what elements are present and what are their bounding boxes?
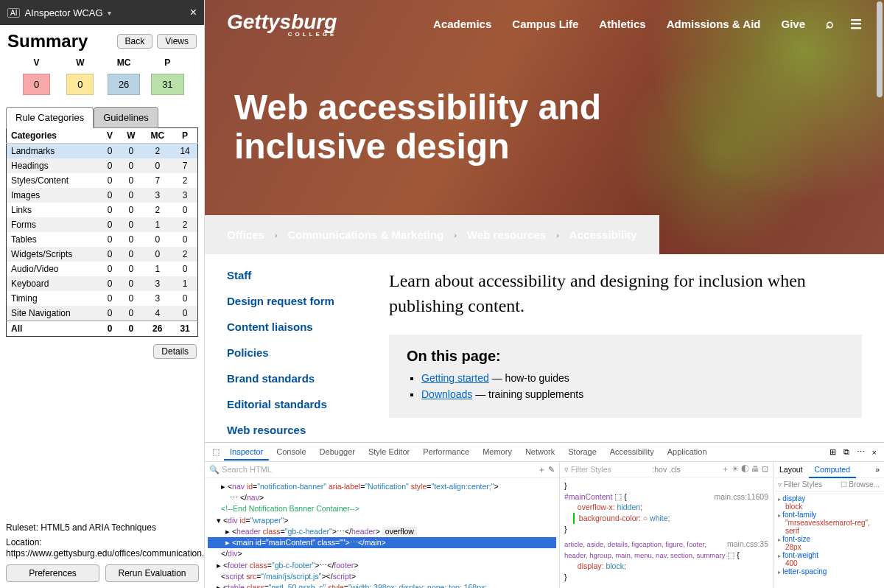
tab-rule-categories[interactable]: Rule Categories	[6, 107, 94, 128]
devtools-tab[interactable]: Performance	[417, 444, 475, 461]
devtools-icon[interactable]: ⋯	[854, 444, 868, 460]
toc-item: Getting started — how-to guides	[421, 372, 844, 384]
preferences-button[interactable]: Preferences	[6, 564, 99, 582]
page-content: GettysburgCOLLEGE AcademicsCampus LifeAt…	[205, 0, 884, 442]
passed-count: 31	[151, 74, 183, 95]
back-button[interactable]: Back	[117, 34, 153, 49]
search-icon[interactable]: ⌕	[826, 16, 834, 32]
table-row[interactable]: Images0033	[7, 188, 198, 203]
table-row[interactable]: Widgets/Scripts0002	[7, 247, 198, 262]
categories-table: CategoriesVWMCP Landmarks00214Headings00…	[6, 127, 198, 337]
menu-icon[interactable]: ☰	[850, 16, 862, 32]
nav-link[interactable]: Academics	[433, 18, 491, 30]
devtools-icon[interactable]: ⧉	[841, 444, 852, 460]
counts-header: VWMCP	[0, 55, 204, 71]
devtools-tab[interactable]: Inspector	[224, 444, 269, 461]
toc-link[interactable]: Getting started	[421, 372, 489, 384]
computed-tab[interactable]: Computed	[809, 462, 856, 478]
styles-panel[interactable]: ▿ Filter Styles :hov .cls ＋ ☀ ◐ 🖶 ⊡ } ma…	[560, 462, 774, 588]
sidebar-footer: Ruleset: HTML5 and ARIA Techniques Locat…	[0, 517, 205, 588]
section-nav-link[interactable]: Editorial standards	[227, 398, 359, 410]
nav-link[interactable]: Give	[781, 18, 805, 30]
devtools-tab[interactable]: Application	[662, 444, 713, 461]
table-row[interactable]: All002631	[7, 321, 198, 337]
devtools-tabs: ⬚ InspectorConsoleDebuggerStyle EditorPe…	[205, 443, 884, 462]
devtools-tab[interactable]: Debugger	[314, 444, 361, 461]
table-row[interactable]: Tables0000	[7, 232, 198, 247]
dom-panel[interactable]: 🔍 Search HTML ＋ ✎ ▸ <nav id="notificatio…	[205, 462, 560, 588]
section-nav: StaffDesign request formContent liaisons…	[227, 269, 359, 436]
devtools-icon[interactable]: ⊞	[827, 444, 839, 460]
devtools: ⬚ InspectorConsoleDebuggerStyle EditorPe…	[205, 442, 884, 588]
nav-link[interactable]: Campus Life	[512, 18, 578, 30]
table-row[interactable]: Links0020	[7, 203, 198, 217]
section-nav-link[interactable]: Brand standards	[227, 372, 359, 385]
breadcrumb: Offices›Communications & Marketing›Web r…	[205, 215, 659, 254]
table-row[interactable]: Landmarks00214	[7, 144, 198, 159]
section-nav-link[interactable]: Web resources	[227, 424, 359, 436]
ruleset-text: Ruleset: HTML5 and ARIA Techniques	[6, 522, 199, 534]
close-icon[interactable]: ×	[190, 6, 197, 19]
layout-tab[interactable]: Layout	[774, 462, 809, 477]
sidebar-header: AI AInspector WCAG ×	[0, 0, 204, 25]
tab-guidelines[interactable]: Guidelines	[94, 107, 158, 128]
counts-row: 0 0 26 31	[0, 71, 204, 104]
devtools-tab[interactable]: Network	[519, 444, 561, 461]
devtools-icon[interactable]: ×	[869, 445, 880, 460]
sidebar-title[interactable]: AI AInspector WCAG	[7, 7, 111, 18]
devtools-tab[interactable]: Memory	[477, 444, 518, 461]
breadcrumb-item[interactable]: Accessibility	[569, 228, 637, 241]
toc-link[interactable]: Downloads	[421, 388, 472, 400]
table-row[interactable]: Styles/Content0072	[7, 173, 198, 188]
section-nav-link[interactable]: Design request form	[227, 295, 359, 307]
views-button[interactable]: Views	[157, 34, 197, 49]
logo[interactable]: GettysburgCOLLEGE	[227, 10, 337, 38]
breadcrumb-item[interactable]: Offices	[227, 228, 264, 241]
breadcrumb-item[interactable]: Communications & Marketing	[288, 228, 444, 241]
site-nav: GettysburgCOLLEGE AcademicsCampus LifeAt…	[205, 0, 884, 48]
breadcrumb-item[interactable]: Web resources	[467, 228, 546, 241]
sidebar-title-text: AInspector WCAG	[24, 7, 102, 18]
toc-box: On this page: Getting started — how-to g…	[389, 335, 862, 418]
ainspector-sidebar: AI AInspector WCAG × Summary Back Views …	[0, 0, 205, 588]
dom-tree[interactable]: ▸ <nav id="notification-banner" aria-lab…	[205, 478, 559, 588]
hero: GettysburgCOLLEGE AcademicsCampus LifeAt…	[205, 0, 884, 254]
table-row[interactable]: Timing0030	[7, 291, 198, 306]
toc-item: Downloads — training supplements	[421, 388, 844, 400]
page-title: Web accessibility and inclusive design	[234, 88, 750, 167]
section-nav-link[interactable]: Policies	[227, 346, 359, 359]
nav-link[interactable]: Athletics	[599, 18, 645, 30]
section-nav-link[interactable]: Content liaisons	[227, 321, 359, 333]
search-input[interactable]: Search HTML	[222, 465, 272, 474]
table-row[interactable]: Site Navigation0040	[7, 306, 198, 321]
violations-count: 0	[23, 74, 50, 95]
ai-badge-icon: AI	[7, 8, 20, 18]
manual-checks-count: 26	[108, 74, 140, 95]
devtools-tab[interactable]: Style Editor	[362, 444, 415, 461]
table-row[interactable]: Headings0007	[7, 158, 198, 173]
section-nav-link[interactable]: Staff	[227, 269, 359, 281]
devtools-tab[interactable]: Console	[270, 444, 312, 461]
table-row[interactable]: Forms0012	[7, 217, 198, 232]
details-button[interactable]: Details	[153, 344, 197, 359]
rerun-button[interactable]: Rerun Evaluation	[105, 564, 199, 582]
devtools-tab[interactable]: Accessibility	[604, 444, 660, 461]
devtools-tab[interactable]: Storage	[562, 444, 603, 461]
responsive-icon[interactable]: ⬚	[209, 444, 222, 460]
location-text: Location: https://www.gettysburg.edu/off…	[6, 537, 199, 560]
warnings-count: 0	[66, 74, 94, 95]
intro-text: Learn about accessibility and designing …	[389, 269, 862, 318]
computed-panel[interactable]: Layout Computed » ▿ Filter Styles ☐ Brow…	[774, 462, 884, 588]
summary-heading: Summary	[7, 31, 88, 52]
nav-link[interactable]: Admissions & Aid	[667, 18, 761, 30]
table-row[interactable]: Keyboard0031	[7, 276, 198, 291]
table-row[interactable]: Audio/Video0010	[7, 262, 198, 276]
toc-heading: On this page:	[407, 348, 844, 365]
